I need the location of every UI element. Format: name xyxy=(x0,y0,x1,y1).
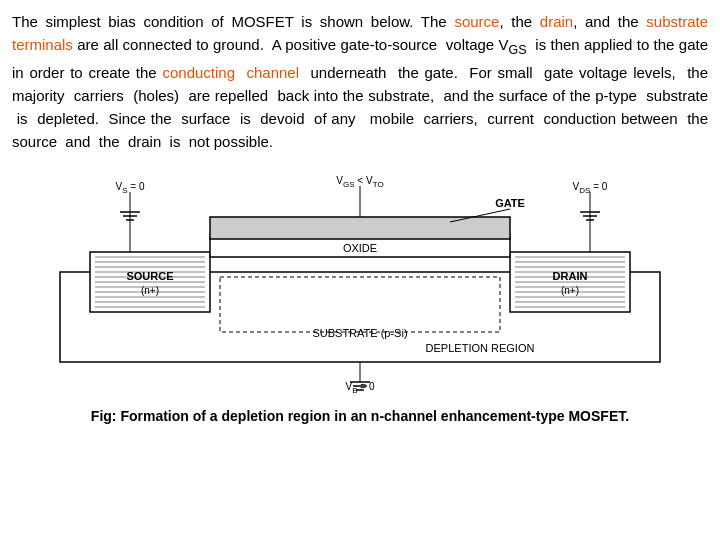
substrate-highlight: substrate terminals xyxy=(12,13,708,53)
main-paragraph: The simplest bias condition of MOSFET is… xyxy=(12,10,708,154)
diagram-container: SUBSTRATE (p-Si) DEPLETION REGION SOURCE… xyxy=(12,162,708,402)
content-area: The simplest bias condition of MOSFET is… xyxy=(12,10,708,424)
svg-text:DRAIN: DRAIN xyxy=(553,270,588,282)
svg-text:(n+): (n+) xyxy=(561,285,579,296)
drain-highlight: drain xyxy=(540,13,573,30)
svg-text:DEPLETION REGION: DEPLETION REGION xyxy=(426,342,535,354)
svg-text:(n+): (n+) xyxy=(141,285,159,296)
channel-highlight: conducting channel xyxy=(162,64,299,81)
mosfet-diagram: SUBSTRATE (p-Si) DEPLETION REGION SOURCE… xyxy=(20,162,700,402)
svg-text:SUBSTRATE (p-Si): SUBSTRATE (p-Si) xyxy=(312,327,407,339)
svg-rect-35 xyxy=(210,217,510,239)
svg-text:OXIDE: OXIDE xyxy=(343,242,377,254)
figure-caption: Fig: Formation of a depletion region in … xyxy=(12,408,708,424)
svg-text:GATE: GATE xyxy=(495,197,525,209)
source-highlight: source xyxy=(454,13,499,30)
svg-text:SOURCE: SOURCE xyxy=(126,270,173,282)
